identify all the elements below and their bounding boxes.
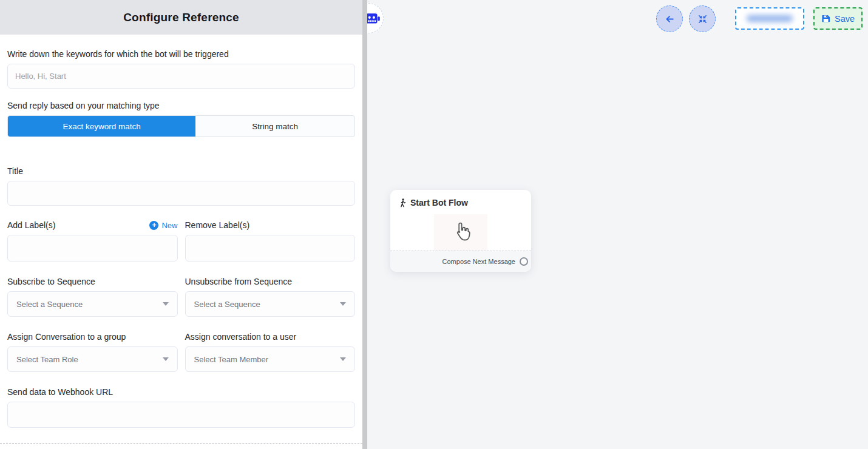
unsubscribe-sequence-value: Select a Sequence (194, 300, 260, 309)
assign-user-select[interactable]: Select Team Member (185, 346, 356, 372)
save-button-label: Save (835, 14, 855, 24)
redacted-button-label (747, 15, 793, 22)
add-labels-input[interactable] (7, 235, 178, 262)
labels-section: Add Label(s) + New Remove Label(s) (7, 220, 355, 262)
chevron-down-icon (163, 357, 169, 361)
webhook-label: Send data to Webhook URL (7, 387, 355, 397)
matching-type-label: Send reply based on your matching type (7, 101, 355, 110)
node-title: Start Bot Flow (410, 198, 468, 208)
add-labels-label: Add Label(s) (7, 220, 55, 230)
page-title: Configure Reference (123, 11, 239, 24)
configure-reference-panel: Configure Reference Write down the keywo… (0, 0, 362, 449)
walking-person-icon (399, 198, 407, 208)
panel-scrollbar[interactable] (362, 0, 367, 449)
chevron-down-icon (163, 302, 169, 306)
keywords-label: Write down the keywords for which the bo… (7, 49, 355, 59)
panel-header: Configure Reference (0, 0, 362, 35)
hand-pointer-cursor-icon (451, 220, 471, 245)
sequence-section: Subscribe to Sequence Select a Sequence … (7, 277, 355, 317)
matching-type-section: Send reply based on your matching type E… (7, 101, 355, 137)
unsubscribe-sequence-label: Unsubscribe from Sequence (185, 277, 356, 286)
webhook-input[interactable] (7, 402, 355, 428)
redacted-toolbar-button[interactable] (735, 7, 804, 30)
assign-group-select[interactable]: Select Team Role (7, 346, 178, 372)
title-section: Title (7, 166, 355, 206)
unsubscribe-sequence-select[interactable]: Select a Sequence (185, 291, 356, 317)
floppy-disk-icon (821, 14, 830, 23)
new-label-text: New (161, 221, 177, 230)
start-bot-flow-node[interactable]: Start Bot Flow Compose Next Message (390, 190, 531, 272)
save-button[interactable]: Save (813, 7, 863, 30)
node-footer: Compose Next Message (390, 251, 531, 272)
remove-labels-column: Remove Label(s) (185, 220, 356, 262)
compose-next-message-label: Compose Next Message (442, 258, 515, 265)
keywords-section: Write down the keywords for which the bo… (7, 49, 355, 89)
matching-type-tabs: Exact keyword match String match (7, 115, 355, 137)
arrow-left-icon (664, 13, 676, 25)
node-header: Start Bot Flow (390, 190, 531, 208)
panel-bottom-divider (0, 443, 362, 444)
keywords-input[interactable] (7, 64, 355, 89)
subscribe-sequence-label: Subscribe to Sequence (7, 277, 178, 286)
flow-canvas[interactable]: Save Start Bot Flow Compose Next Message (367, 0, 868, 449)
fit-view-button[interactable] (689, 5, 716, 32)
next-message-port[interactable] (520, 257, 528, 266)
chevron-down-icon (340, 302, 346, 306)
title-input[interactable] (7, 181, 355, 206)
title-label: Title (7, 166, 355, 176)
subscribe-sequence-select[interactable]: Select a Sequence (7, 291, 178, 317)
tab-string-match[interactable]: String match (195, 116, 354, 137)
webhook-section: Send data to Webhook URL (7, 387, 355, 428)
robot-icon (367, 12, 381, 26)
assign-user-value: Select Team Member (194, 355, 269, 364)
remove-labels-input[interactable] (185, 235, 356, 262)
node-drag-hint (434, 214, 487, 251)
bot-avatar-bubble[interactable] (367, 3, 384, 33)
remove-labels-label: Remove Label(s) (185, 220, 250, 230)
add-labels-column: Add Label(s) + New (7, 220, 178, 262)
chevron-down-icon (340, 357, 346, 361)
plus-circle-icon: + (149, 221, 158, 230)
tab-exact-keyword-match[interactable]: Exact keyword match (8, 116, 195, 137)
assign-group-value: Select Team Role (16, 355, 78, 364)
back-button[interactable] (656, 5, 683, 32)
assign-group-label: Assign Conversation to a group (7, 332, 178, 342)
compress-arrows-icon (697, 14, 708, 24)
panel-body: Write down the keywords for which the bo… (0, 35, 362, 428)
assign-user-label: Assign conversation to a user (185, 332, 356, 342)
new-label-button[interactable]: + New (149, 221, 177, 230)
subscribe-sequence-value: Select a Sequence (16, 300, 83, 309)
assignment-section: Assign Conversation to a group Select Te… (7, 332, 355, 372)
